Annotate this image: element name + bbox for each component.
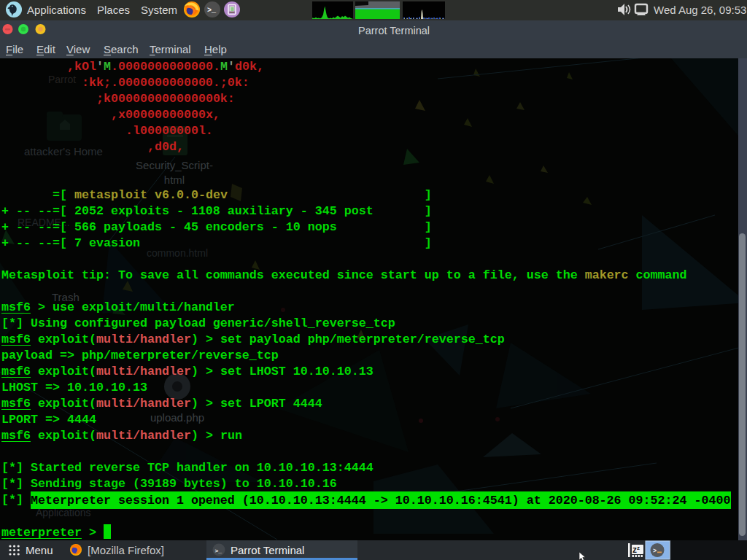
svg-text:>: > (653, 548, 657, 555)
svg-text:>_: >_ (207, 7, 217, 15)
svg-text:>_: >_ (215, 548, 222, 554)
